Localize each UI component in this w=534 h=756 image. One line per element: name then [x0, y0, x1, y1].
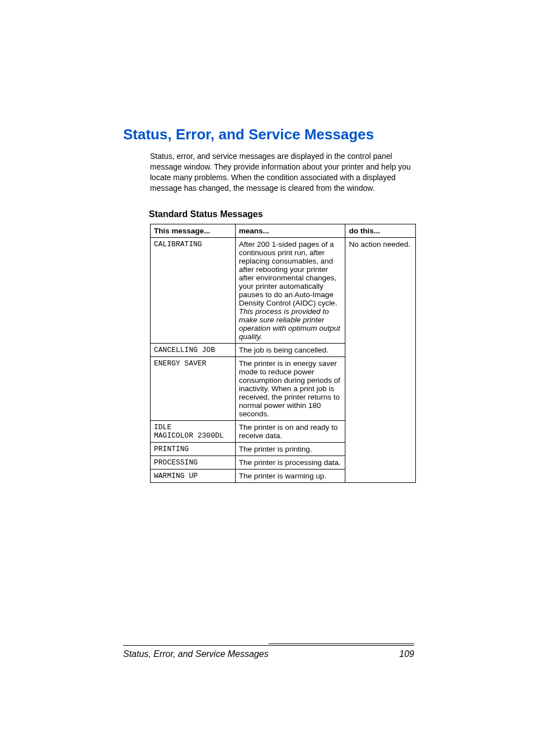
message-cell: PROCESSING [151, 456, 236, 469]
table-row: CALIBRATING After 200 1-sided pages of a… [151, 237, 416, 343]
message-cell: ENERGY SAVER [151, 356, 236, 420]
message-cell: WARMING UP [151, 469, 236, 482]
action-cell: No action needed. [345, 237, 416, 482]
page-content: Status, Error, and Service Messages Stat… [123, 126, 414, 483]
means-cell: The printer is printing. [235, 442, 345, 456]
header-this-message: This message... [151, 224, 236, 237]
means-cell: The printer is processing data. [235, 456, 345, 469]
header-do-this: do this... [345, 224, 416, 237]
footer-title: Status, Error, and Service Messages [123, 649, 269, 659]
means-text-plain: After 200 1-sided pages of a continuous … [239, 240, 338, 307]
status-messages-table: This message... means... do this... CALI… [150, 224, 416, 483]
intro-paragraph: Status, error, and service messages are … [150, 151, 413, 194]
footer-short-rule [269, 644, 414, 644]
page-title: Status, Error, and Service Messages [123, 126, 414, 143]
message-cell: PRINTING [151, 442, 236, 456]
message-cell: IDLE MAGICOLOR 2300DL [151, 420, 236, 442]
section-subtitle: Standard Status Messages [149, 209, 414, 219]
message-cell: CALIBRATING [151, 237, 236, 343]
table-header-row: This message... means... do this... [151, 224, 416, 237]
header-means: means... [235, 224, 345, 237]
means-cell: The printer is on and ready to receive d… [235, 420, 345, 442]
message-cell: CANCELLING JOB [151, 343, 236, 356]
footer-bar: Status, Error, and Service Messages 109 [123, 645, 414, 659]
means-text-italic: This process is provided to make sure re… [239, 307, 340, 341]
means-cell: The job is being cancelled. [235, 343, 345, 356]
footer-area: Status, Error, and Service Messages 109 [123, 644, 414, 659]
means-cell: The printer is in energy saver mode to r… [235, 356, 345, 420]
page-number: 109 [399, 649, 414, 659]
means-cell: The printer is warming up. [235, 469, 345, 482]
means-cell: After 200 1-sided pages of a continuous … [235, 237, 345, 343]
